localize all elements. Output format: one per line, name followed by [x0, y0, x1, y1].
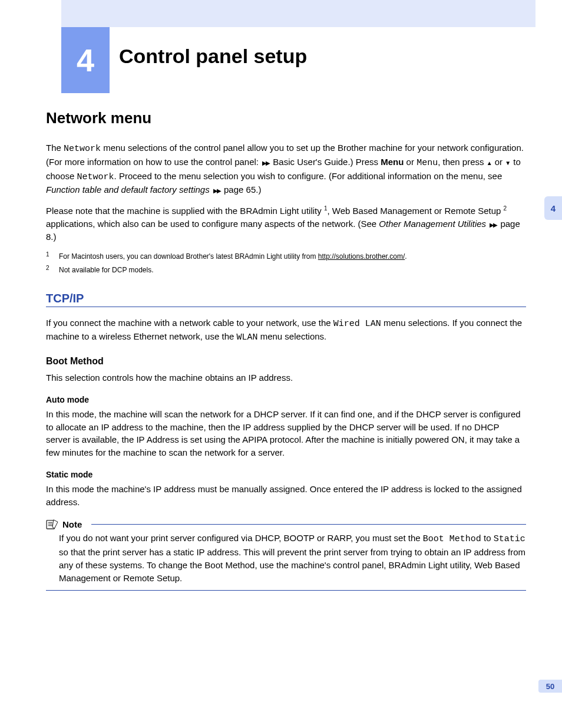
subsection-auto-mode: Auto mode	[46, 395, 526, 404]
note-block: Note If you do not want your print serve…	[46, 519, 526, 591]
down-arrow-icon	[505, 157, 511, 167]
chapter-number: 4	[77, 42, 94, 78]
footnotes: 1 For Macintosh users, you can download …	[46, 251, 526, 276]
double-arrow-icon	[488, 219, 498, 229]
note-icon	[46, 519, 59, 529]
footnote-number-2: 2	[46, 263, 52, 275]
footnote-2: Not available for DCP models.	[59, 265, 154, 276]
tcpip-paragraph-1: If you connect the machine with a networ…	[46, 317, 526, 345]
subsection-boot-method: Boot Method	[46, 356, 526, 367]
note-rule-top	[91, 524, 526, 525]
note-rule-bottom	[46, 590, 526, 591]
up-arrow-icon	[487, 157, 492, 167]
chapter-title: Control panel setup	[119, 45, 307, 68]
footnote-number-1: 1	[46, 250, 52, 261]
network-menu-paragraph-2: Please note that the machine is supplied…	[46, 205, 526, 243]
double-arrow-icon	[212, 185, 222, 195]
double-arrow-icon	[261, 157, 270, 167]
footnote-ref-2: 2	[504, 205, 507, 212]
boot-method-paragraph: This selection controls how the machine …	[46, 371, 526, 384]
section-title-network-menu: Network menu	[46, 109, 526, 127]
chapter-number-block: 4	[61, 27, 110, 93]
network-menu-paragraph-1: The Network menu selections of the contr…	[46, 141, 526, 196]
footnote-1: For Macintosh users, you can download Br…	[59, 251, 407, 262]
page-number: 50	[538, 680, 562, 693]
note-label: Note	[62, 519, 82, 529]
auto-mode-paragraph: In this mode, the machine will scan the …	[46, 408, 526, 459]
section-title-tcpip: TCP/IP	[46, 292, 526, 307]
subsection-static-mode: Static mode	[46, 470, 526, 479]
static-mode-paragraph: In this mode the machine's IP address mu…	[46, 483, 526, 509]
side-tab: 4	[544, 196, 562, 220]
note-body: If you do not want your print server con…	[46, 532, 526, 584]
footnote-1-link[interactable]: http://solutions.brother.com/	[318, 252, 405, 261]
header-bar	[61, 0, 535, 27]
